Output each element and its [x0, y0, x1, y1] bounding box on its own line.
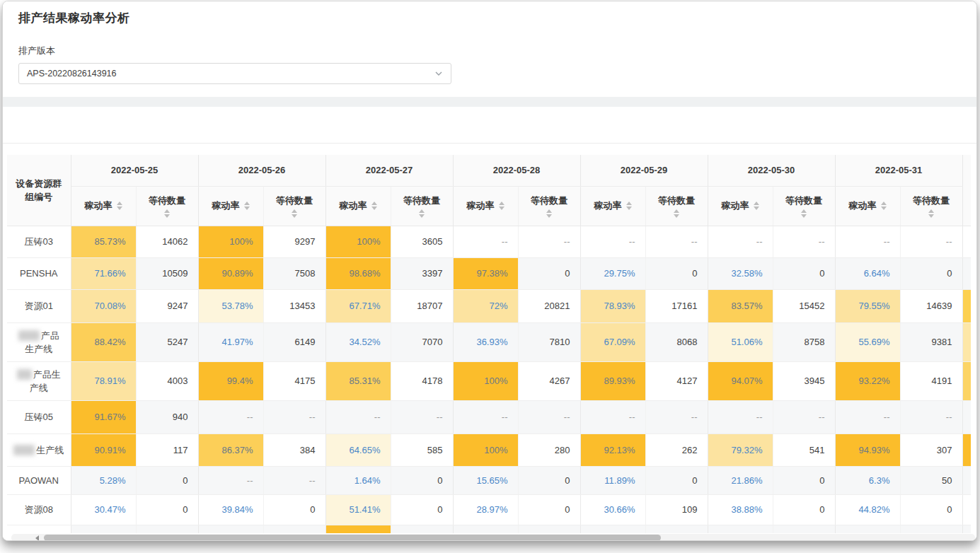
- utilization-value[interactable]: 98.68%: [325, 257, 391, 289]
- utilization-value[interactable]: 79.32%: [708, 433, 773, 466]
- horizontal-scrollbar-thumb[interactable]: [44, 535, 661, 541]
- date-header-2022-05-30: 2022-05-30: [708, 155, 835, 186]
- utilization-value[interactable]: 88.42%: [71, 322, 136, 361]
- sort-caret-icon[interactable]: [754, 202, 759, 210]
- utilization-value[interactable]: 85.31%: [325, 361, 391, 400]
- utilization-value[interactable]: 79.55%: [835, 289, 900, 322]
- sort-caret-icon[interactable]: [499, 202, 505, 210]
- utilization-value[interactable]: 86.37%: [198, 433, 263, 466]
- sort-caret-icon[interactable]: [117, 202, 122, 210]
- utilization-sort-header-2022-05-26[interactable]: 稼动率: [198, 186, 263, 226]
- utilization-value[interactable]: 30.47%: [71, 494, 136, 525]
- utilization-value[interactable]: 55.69%: [835, 322, 900, 361]
- waiting-sort-header-2022-05-27[interactable]: 等待数量: [391, 186, 453, 226]
- utilization-value[interactable]: 67.71%: [325, 289, 391, 322]
- waiting-quantity-value: 7508: [263, 257, 325, 289]
- utilization-value[interactable]: 1.64%: [325, 466, 391, 494]
- utilization-value[interactable]: 28.97%: [453, 494, 518, 525]
- sort-caret-icon[interactable]: [626, 202, 632, 210]
- utilization-value[interactable]: 90.89%: [198, 257, 263, 289]
- waiting-quantity-value: 9381: [900, 322, 962, 361]
- utilization-value[interactable]: 97.38%: [453, 257, 518, 289]
- sort-caret-icon[interactable]: [801, 209, 807, 218]
- utilization-value[interactable]: 100%: [453, 361, 518, 400]
- utilization-value[interactable]: 11.89%: [580, 466, 645, 494]
- sort-caret-icon[interactable]: [546, 209, 552, 218]
- utilization-value[interactable]: 5.28%: [71, 466, 136, 494]
- utilization-value[interactable]: 100%: [198, 226, 263, 257]
- waiting-sort-header-2022-05-31[interactable]: 等待数量: [900, 186, 962, 226]
- waiting-sort-header-2022-05-30[interactable]: 等待数量: [773, 186, 835, 226]
- waiting-sort-header-2022-05-26[interactable]: 等待数量: [263, 186, 325, 226]
- utilization-value[interactable]: 89.93%: [580, 361, 645, 400]
- utilization-value[interactable]: 71.66%: [71, 257, 136, 289]
- utilization-value[interactable]: 38.88%: [708, 494, 773, 525]
- utilization-value[interactable]: 41.97%: [198, 322, 263, 361]
- utilization-sort-header-2022-05-28[interactable]: 稼动率: [453, 186, 518, 226]
- next-column-sliver: [962, 400, 971, 433]
- utilization-value[interactable]: 78.93%: [580, 289, 645, 322]
- utilization-value[interactable]: 91.67%: [71, 400, 136, 433]
- utilization-value[interactable]: 93.22%: [835, 361, 900, 400]
- utilization-value[interactable]: 92.13%: [580, 433, 645, 466]
- utilization-value[interactable]: 72%: [453, 289, 518, 322]
- utilization-value[interactable]: 51.41%: [325, 494, 391, 525]
- utilization-value: [198, 525, 263, 533]
- utilization-value[interactable]: 85.73%: [71, 226, 136, 257]
- corner-header-resource-group: 设备资源群组编号: [7, 155, 71, 226]
- sort-caret-icon[interactable]: [244, 202, 250, 210]
- scroll-left-arrow-icon[interactable]: [35, 535, 39, 541]
- utilization-value[interactable]: 36.93%: [453, 322, 518, 361]
- utilization-value[interactable]: 94.93%: [835, 433, 900, 466]
- sort-caret-icon[interactable]: [881, 202, 887, 210]
- utilization-sort-header-2022-05-31[interactable]: 稼动率: [835, 186, 900, 226]
- utilization-value[interactable]: 29.75%: [580, 257, 645, 289]
- waiting-header-label: 等待数量: [149, 194, 185, 207]
- utilization-value[interactable]: 51.06%: [708, 322, 773, 361]
- sort-caret-icon[interactable]: [928, 209, 934, 218]
- waiting-sort-header-2022-05-29[interactable]: 等待数量: [645, 186, 708, 226]
- waiting-quantity-value: 262: [645, 433, 708, 466]
- waiting-quantity-value: 4175: [263, 361, 325, 400]
- utilization-value[interactable]: 99.4%: [198, 361, 263, 400]
- waiting-header-label: 等待数量: [913, 194, 950, 207]
- sort-caret-icon[interactable]: [371, 202, 377, 210]
- utilization-value[interactable]: 53.78%: [198, 289, 263, 322]
- utilization-value[interactable]: 44.82%: [835, 494, 900, 525]
- utilization-value[interactable]: 70.08%: [71, 289, 136, 322]
- utilization-value[interactable]: 32.58%: [708, 257, 773, 289]
- utilization-value[interactable]: 64.65%: [325, 433, 391, 466]
- utilization-value[interactable]: 83.57%: [708, 289, 773, 322]
- waiting-sort-header-2022-05-25[interactable]: 等待数量: [136, 186, 198, 226]
- sort-caret-icon[interactable]: [164, 209, 170, 218]
- utilization-value[interactable]: 94.07%: [708, 361, 773, 400]
- utilization-value[interactable]: 90.91%: [71, 433, 136, 466]
- utilization-header-label: 稼动率: [340, 199, 367, 212]
- resource-group-label: PENSHA: [7, 257, 71, 289]
- waiting-quantity-value: [391, 525, 453, 533]
- redacted-blur-box: [13, 445, 35, 455]
- redacted-blur-box: [18, 330, 40, 341]
- utilization-value[interactable]: 100%: [325, 226, 391, 257]
- utilization-value[interactable]: 100%: [453, 433, 518, 466]
- utilization-value[interactable]: 78.91%: [71, 361, 136, 400]
- sort-caret-icon[interactable]: [419, 209, 425, 218]
- utilization-sort-header-2022-05-29[interactable]: 稼动率: [580, 186, 645, 226]
- utilization-value[interactable]: 6.64%: [835, 257, 900, 289]
- utilization-sort-header-2022-05-25[interactable]: 稼动率: [71, 186, 136, 226]
- utilization-value[interactable]: 6.3%: [835, 466, 900, 494]
- utilization-value[interactable]: 39.84%: [198, 494, 263, 525]
- utilization-value[interactable]: 67.09%: [580, 322, 645, 361]
- waiting-sort-header-2022-05-28[interactable]: 等待数量: [518, 186, 580, 226]
- sort-caret-icon[interactable]: [674, 209, 679, 218]
- utilization-value[interactable]: 21.86%: [708, 466, 773, 494]
- waiting-quantity-value: 3605: [391, 226, 453, 257]
- utilization-sort-header-2022-05-27[interactable]: 稼动率: [325, 186, 391, 226]
- version-select[interactable]: APS-20220826143916: [18, 63, 451, 84]
- horizontal-scrollbar[interactable]: [11, 534, 975, 541]
- utilization-value[interactable]: 30.66%: [580, 494, 645, 525]
- utilization-value[interactable]: 15.65%: [453, 466, 518, 494]
- utilization-value[interactable]: 34.52%: [325, 322, 391, 361]
- utilization-sort-header-2022-05-30[interactable]: 稼动率: [708, 186, 773, 226]
- sort-caret-icon[interactable]: [292, 209, 297, 218]
